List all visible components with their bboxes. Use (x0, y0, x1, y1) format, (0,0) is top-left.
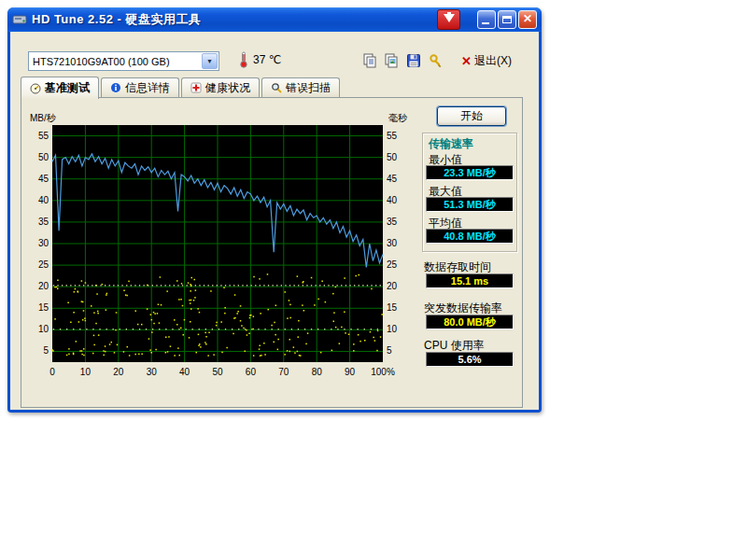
transfer-rate-title: 传输速率 (429, 136, 473, 152)
transfer-rate-group: 传输速率 最小值 23.3 MB/秒 最大值 51.3 MB/秒 平均值 40.… (422, 133, 517, 252)
close-button[interactable]: ✕ (518, 10, 537, 29)
svg-text:30: 30 (38, 238, 49, 248)
svg-text:0: 0 (49, 367, 55, 377)
health-cross-icon (190, 82, 202, 93)
tab-health-label: 健康状况 (205, 80, 250, 96)
svg-text:100%: 100% (371, 367, 395, 377)
chart-canvas: 5510101515202025253030353540404545505055… (26, 112, 409, 385)
svg-text:40: 40 (179, 367, 190, 377)
tab-info[interactable]: 信息详情 (101, 77, 179, 97)
svg-text:5: 5 (387, 345, 392, 356)
tab-info-label: 信息详情 (125, 80, 170, 96)
svg-text:25: 25 (387, 259, 398, 270)
svg-text:20: 20 (113, 367, 124, 377)
svg-text:35: 35 (387, 217, 398, 227)
svg-text:10: 10 (387, 324, 398, 334)
temperature-value: 37 ℃ (253, 53, 281, 66)
window-title: HD Tune 2.52 - 硬盘实用工具 (32, 11, 201, 28)
app-icon (12, 12, 27, 27)
svg-text:50: 50 (387, 152, 398, 162)
svg-text:40: 40 (387, 195, 398, 205)
tab-benchmark[interactable]: 基准测试 (21, 77, 99, 99)
tab-benchmark-label: 基准测试 (45, 80, 90, 96)
svg-text:50: 50 (38, 152, 49, 162)
thermometer-icon (239, 51, 248, 68)
burst-rate-value: 80.0 MB/秒 (426, 315, 514, 329)
svg-text:55: 55 (387, 131, 398, 141)
svg-text:毫秒: 毫秒 (388, 113, 408, 123)
tab-error-scan[interactable]: 错误扫描 (261, 77, 340, 97)
magnifier-icon (271, 82, 282, 93)
drive-select-value: HTS721010G9AT00 (100 GB) (29, 56, 201, 67)
svg-text:80: 80 (312, 367, 323, 377)
svg-text:15: 15 (387, 302, 398, 313)
svg-text:20: 20 (387, 281, 398, 291)
svg-text:30: 30 (147, 367, 158, 377)
settings-icon[interactable] (427, 51, 445, 70)
svg-text:20: 20 (38, 281, 49, 291)
svg-text:45: 45 (387, 174, 398, 184)
max-value: 51.3 MB/秒 (426, 197, 514, 212)
cpu-usage-value: 5.6% (426, 352, 514, 367)
tab-error-scan-label: 错误扫描 (286, 80, 331, 96)
svg-text:10: 10 (80, 367, 92, 377)
svg-text:55: 55 (38, 131, 49, 141)
minimize-icon (482, 22, 489, 24)
exit-button[interactable]: ✕ 退出(X) (461, 51, 512, 70)
capture-button[interactable] (437, 9, 460, 30)
svg-text:10: 10 (38, 324, 49, 334)
tab-bar: 基准测试 信息详情 健康状况 错误扫描 (21, 77, 342, 99)
exit-label: 退出(X) (474, 53, 512, 69)
maximize-icon (502, 16, 512, 23)
svg-text:45: 45 (38, 174, 49, 184)
info-icon (110, 82, 121, 93)
minimize-button[interactable] (477, 10, 496, 29)
svg-text:30: 30 (387, 238, 398, 248)
svg-text:50: 50 (212, 367, 223, 377)
svg-text:MB/秒: MB/秒 (30, 113, 57, 123)
exit-x-icon: ✕ (461, 54, 472, 68)
svg-text:35: 35 (38, 217, 49, 227)
access-time-value: 15.1 ms (426, 273, 514, 288)
svg-text:15: 15 (38, 302, 49, 313)
hdtune-window: HD Tune 2.52 - 硬盘实用工具 ✕ HTS721010G9AT00 … (7, 7, 542, 413)
close-icon: ✕ (519, 12, 536, 25)
gauge-icon (30, 83, 41, 94)
benchmark-chart: 5510101515202025253030353540404545505055… (26, 112, 409, 385)
min-value: 23.3 MB/秒 (426, 165, 514, 180)
start-button[interactable]: 开始 (437, 106, 506, 126)
svg-text:60: 60 (246, 367, 257, 377)
svg-text:90: 90 (345, 367, 356, 377)
svg-text:40: 40 (38, 195, 49, 205)
save-icon[interactable] (404, 51, 423, 70)
temperature-indicator: 37 ℃ (239, 51, 281, 68)
chevron-down-icon[interactable]: ▼ (202, 53, 218, 69)
svg-text:25: 25 (38, 259, 49, 270)
svg-text:70: 70 (278, 367, 289, 377)
drive-select[interactable]: HTS721010G9AT00 (100 GB) ▼ (28, 51, 219, 71)
avg-value: 40.8 MB/秒 (426, 229, 514, 244)
tab-health[interactable]: 健康状况 (181, 77, 260, 97)
titlebar[interactable]: HD Tune 2.52 - 硬盘实用工具 ✕ (7, 7, 542, 32)
copy-text-icon[interactable] (360, 51, 379, 70)
copy-image-icon[interactable] (382, 51, 401, 70)
svg-text:5: 5 (43, 345, 49, 356)
maximize-button[interactable] (498, 10, 516, 29)
